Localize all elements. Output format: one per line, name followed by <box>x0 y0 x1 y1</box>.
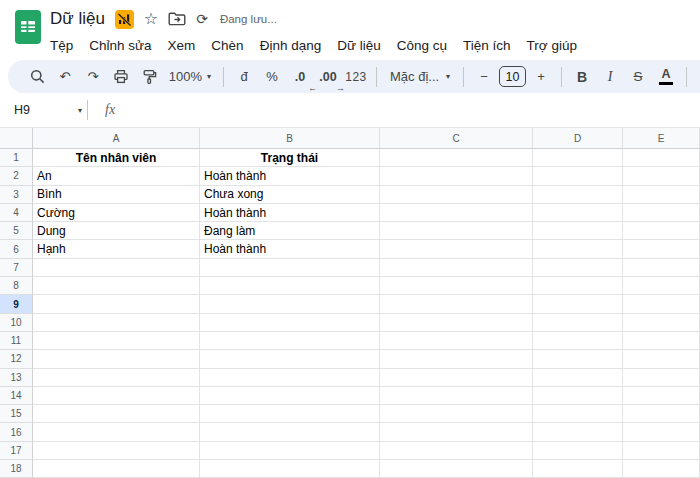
cell-C10[interactable] <box>380 314 533 332</box>
name-box[interactable]: H9 ▾ <box>0 103 82 117</box>
cell-C18[interactable] <box>380 460 533 478</box>
row-header-8[interactable]: 8 <box>0 277 33 295</box>
column-header-d[interactable]: D <box>533 128 623 149</box>
cell-E1[interactable] <box>623 149 700 167</box>
cell-D11[interactable] <box>533 332 623 350</box>
row-header-13[interactable]: 13 <box>0 369 33 387</box>
cell-E15[interactable] <box>623 405 700 423</box>
cell-B11[interactable] <box>200 332 380 350</box>
cell-D10[interactable] <box>533 314 623 332</box>
row-header-7[interactable]: 7 <box>0 259 33 277</box>
sheets-logo-icon[interactable] <box>15 10 41 44</box>
cell-A6[interactable]: Hạnh <box>33 240 200 258</box>
cell-C12[interactable] <box>380 350 533 368</box>
cell-C2[interactable] <box>380 167 533 185</box>
cell-E12[interactable] <box>623 350 700 368</box>
cell-A13[interactable] <box>33 369 200 387</box>
cell-C15[interactable] <box>380 405 533 423</box>
font-size-input[interactable]: 10 <box>499 66 526 87</box>
text-color-button[interactable]: A <box>653 65 679 89</box>
menu-du-lieu[interactable]: Dữ liệu <box>329 35 389 56</box>
row-header-3[interactable]: 3 <box>0 186 33 204</box>
cell-C9[interactable] <box>380 295 533 313</box>
cell-C13[interactable] <box>380 369 533 387</box>
decrease-decimal-button[interactable]: .0← <box>287 65 313 89</box>
row-header-9[interactable]: 9 <box>0 295 33 313</box>
cell-A9[interactable] <box>33 295 200 313</box>
cell-E8[interactable] <box>623 277 700 295</box>
cell-A10[interactable] <box>33 314 200 332</box>
cell-D15[interactable] <box>533 405 623 423</box>
redo-icon[interactable]: ↷ <box>80 65 106 89</box>
cell-C6[interactable] <box>380 240 533 258</box>
undo-icon[interactable]: ↶ <box>52 65 78 89</box>
cell-D13[interactable] <box>533 369 623 387</box>
menu-xem[interactable]: Xem <box>160 35 204 56</box>
cell-D17[interactable] <box>533 442 623 460</box>
cell-D8[interactable] <box>533 277 623 295</box>
row-header-4[interactable]: 4 <box>0 204 33 222</box>
percent-format-button[interactable]: % <box>259 65 285 89</box>
cell-D16[interactable] <box>533 423 623 441</box>
cell-A1[interactable]: Tên nhân viên <box>33 149 200 167</box>
zoom-select[interactable]: 100% ▾ <box>164 65 216 89</box>
menu-chen[interactable]: Chèn <box>203 35 251 56</box>
column-header-b[interactable]: B <box>200 128 380 149</box>
cell-D4[interactable] <box>533 204 623 222</box>
cell-A8[interactable] <box>33 277 200 295</box>
cell-E5[interactable] <box>623 222 700 240</box>
cell-E13[interactable] <box>623 369 700 387</box>
search-icon[interactable] <box>24 65 50 89</box>
column-header-c[interactable]: C <box>380 128 533 149</box>
cell-B3[interactable]: Chưa xong <box>200 186 380 204</box>
row-header-2[interactable]: 2 <box>0 167 33 185</box>
cell-A7[interactable] <box>33 259 200 277</box>
cell-D3[interactable] <box>533 186 623 204</box>
cell-B17[interactable] <box>200 442 380 460</box>
menu-dinh-dang[interactable]: Định dạng <box>252 35 330 56</box>
cell-C5[interactable] <box>380 222 533 240</box>
cell-D6[interactable] <box>533 240 623 258</box>
cell-C16[interactable] <box>380 423 533 441</box>
row-header-18[interactable]: 18 <box>0 460 33 478</box>
cell-B14[interactable] <box>200 387 380 405</box>
menu-tep[interactable]: Tệp <box>42 35 81 56</box>
cell-E2[interactable] <box>623 167 700 185</box>
increase-decimal-button[interactable]: .00→ <box>315 65 341 89</box>
move-folder-icon[interactable] <box>168 12 186 26</box>
row-header-15[interactable]: 15 <box>0 405 33 423</box>
row-header-12[interactable]: 12 <box>0 350 33 368</box>
yellow-chart-badge-icon[interactable] <box>115 10 134 29</box>
cell-C7[interactable] <box>380 259 533 277</box>
row-header-6[interactable]: 6 <box>0 240 33 258</box>
cell-A2[interactable]: An <box>33 167 200 185</box>
cell-E17[interactable] <box>623 442 700 460</box>
cell-B13[interactable] <box>200 369 380 387</box>
cell-B6[interactable]: Hoàn thành <box>200 240 380 258</box>
formula-input[interactable] <box>115 93 700 127</box>
cell-A18[interactable] <box>33 460 200 478</box>
cell-B8[interactable] <box>200 277 380 295</box>
cell-A5[interactable]: Dung <box>33 222 200 240</box>
row-header-5[interactable]: 5 <box>0 222 33 240</box>
row-header-10[interactable]: 10 <box>0 314 33 332</box>
cell-D5[interactable] <box>533 222 623 240</box>
menu-tien-ich[interactable]: Tiện ích <box>455 35 519 56</box>
row-header-1[interactable]: 1 <box>0 149 33 167</box>
cell-B5[interactable]: Đang làm <box>200 222 380 240</box>
cell-D2[interactable] <box>533 167 623 185</box>
cell-A4[interactable]: Cường <box>33 204 200 222</box>
cell-B15[interactable] <box>200 405 380 423</box>
increase-font-size-button[interactable]: + <box>528 65 554 89</box>
cell-C11[interactable] <box>380 332 533 350</box>
row-header-17[interactable]: 17 <box>0 442 33 460</box>
menu-chinh-sua[interactable]: Chỉnh sửa <box>81 35 159 56</box>
decrease-font-size-button[interactable]: − <box>471 65 497 89</box>
cell-A14[interactable] <box>33 387 200 405</box>
column-header-a[interactable]: A <box>33 128 200 149</box>
column-header-e[interactable]: E <box>623 128 700 149</box>
cell-B10[interactable] <box>200 314 380 332</box>
cell-B7[interactable] <box>200 259 380 277</box>
cell-D1[interactable] <box>533 149 623 167</box>
cell-C4[interactable] <box>380 204 533 222</box>
